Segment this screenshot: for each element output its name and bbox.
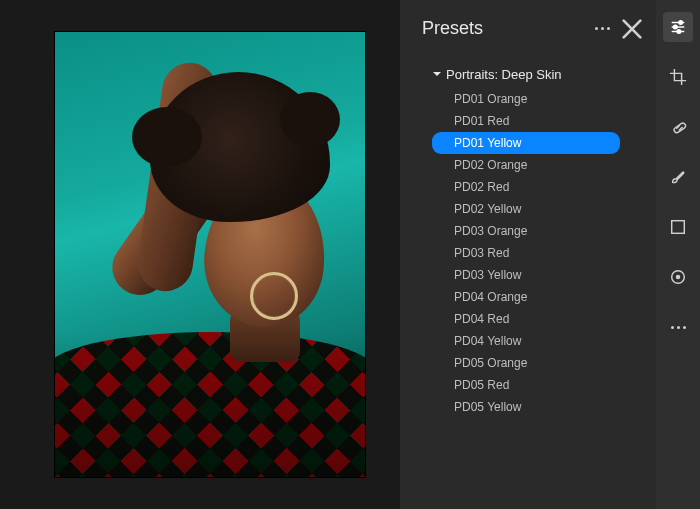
svg-rect-9 <box>672 221 685 234</box>
chevron-down-icon <box>432 67 442 82</box>
presets-panel: Presets Portraits: Deep Skin PD01 Orange… <box>400 0 700 509</box>
preset-item[interactable]: PD02 Red <box>432 176 620 198</box>
svg-rect-6 <box>673 122 686 134</box>
preset-item[interactable]: PD04 Orange <box>432 286 620 308</box>
panel-close-icon[interactable] <box>622 19 642 39</box>
preset-item[interactable]: PD01 Yellow <box>432 132 620 154</box>
preset-item[interactable]: PD03 Orange <box>432 220 620 242</box>
svg-point-11 <box>676 275 681 280</box>
preset-item[interactable]: PD01 Orange <box>432 88 620 110</box>
preset-item[interactable]: PD03 Red <box>432 242 620 264</box>
preset-item[interactable]: PD05 Red <box>432 374 620 396</box>
preset-item[interactable]: PD01 Red <box>432 110 620 132</box>
edit-sliders-icon[interactable] <box>663 12 693 42</box>
radial-grad-icon[interactable] <box>663 262 693 292</box>
svg-point-5 <box>677 30 681 34</box>
linear-grad-icon[interactable] <box>663 212 693 242</box>
preset-item[interactable]: PD05 Orange <box>432 352 620 374</box>
tool-strip <box>656 0 700 509</box>
preset-item[interactable]: PD02 Yellow <box>432 198 620 220</box>
photo-preview[interactable] <box>55 32 365 477</box>
panel-more-icon[interactable] <box>592 19 612 39</box>
preset-item[interactable]: PD04 Yellow <box>432 330 620 352</box>
preset-item[interactable]: PD03 Yellow <box>432 264 620 286</box>
preset-item[interactable]: PD04 Red <box>432 308 620 330</box>
preset-group-header[interactable]: Portraits: Deep Skin <box>422 63 652 88</box>
preset-group-label: Portraits: Deep Skin <box>446 67 562 82</box>
image-preview-area <box>0 0 400 509</box>
preset-item[interactable]: PD02 Orange <box>432 154 620 176</box>
panel-title: Presets <box>422 18 582 39</box>
brush-icon[interactable] <box>663 162 693 192</box>
preset-item[interactable]: PD05 Yellow <box>432 396 620 418</box>
healing-icon[interactable] <box>663 112 693 142</box>
more-icon[interactable] <box>663 312 693 342</box>
crop-icon[interactable] <box>663 62 693 92</box>
svg-point-1 <box>679 21 683 25</box>
preset-list: PD01 OrangePD01 RedPD01 YellowPD02 Orang… <box>422 88 652 418</box>
svg-point-3 <box>674 25 678 29</box>
